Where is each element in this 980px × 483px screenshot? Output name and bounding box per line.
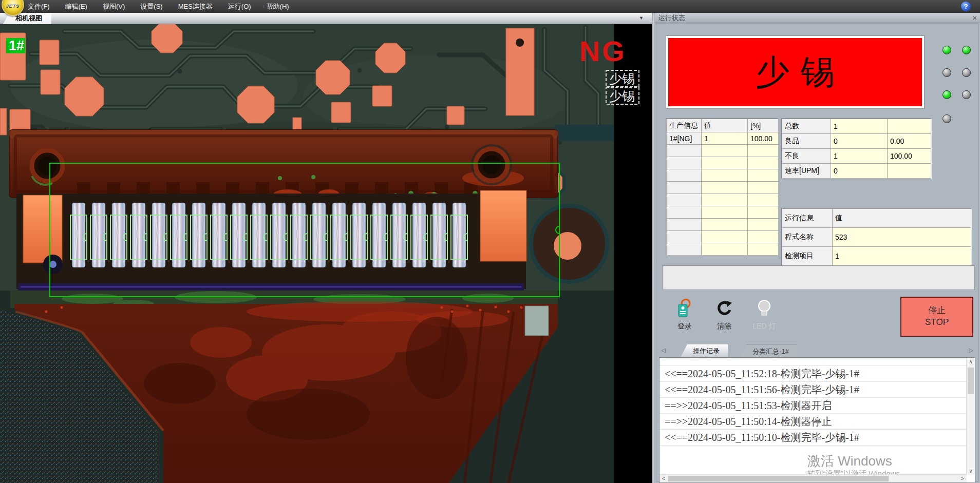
menu-file[interactable]: 文件(F): [28, 2, 50, 11]
table-row: [667, 231, 779, 243]
table-row: [667, 182, 779, 194]
log-entry: ==>>2024-05-05_11:50:14-检测器停止: [659, 414, 975, 430]
table-row: 速率[UPM] 0: [782, 164, 931, 179]
chevron-down-icon[interactable]: ▼: [639, 15, 644, 21]
log-entry: ==>>2024-05-05_11:51:53-检测器开启: [659, 398, 975, 414]
table-row: [667, 157, 779, 169]
cell: 0: [831, 134, 888, 149]
table-row: [667, 145, 779, 157]
help-icon[interactable]: ?: [961, 2, 971, 11]
cell: 1: [702, 132, 748, 145]
cell: 100.00: [748, 132, 779, 145]
cell: 100.00: [888, 149, 931, 164]
table-row: [667, 194, 779, 206]
run-status-panel: 运行状态 × 少锡 生产信息 值 [%] 1#[NG] 1 100.00: [655, 13, 980, 483]
message-box: [663, 265, 975, 290]
cell: 1: [833, 247, 971, 266]
cell: 程式名称: [782, 228, 833, 247]
cell: 不良: [782, 149, 831, 164]
camera-tab-strip: 相机视图 ▼: [0, 13, 652, 24]
stop-button[interactable]: 停止 STOP: [900, 297, 973, 337]
camera-number-label: 1#: [9, 38, 24, 53]
camera-image: 1# NG 少锡 少锡: [0, 24, 652, 483]
defect-label: 少锡: [609, 89, 635, 103]
badge-icon: [675, 298, 694, 318]
scroll-right-icon[interactable]: >: [958, 475, 967, 482]
cell: 总数: [782, 119, 831, 134]
table-row: [667, 206, 779, 219]
log-tab-strip: ◁ 操作记录 分类汇总-1# ▷: [659, 343, 975, 357]
menu-edit[interactable]: 编辑(E): [65, 2, 87, 11]
windows-activation-watermark: 激活 Windows: [807, 452, 892, 470]
col-header: 值: [702, 119, 748, 132]
menu-help[interactable]: 帮助(H): [267, 2, 289, 11]
col-header: 运行信息: [782, 209, 833, 228]
menu-mes-connector[interactable]: MES连接器: [178, 2, 213, 11]
close-icon[interactable]: ×: [972, 13, 977, 23]
scroll-left-icon[interactable]: <: [659, 475, 668, 482]
log-entry: <<==2024-05-05_11:52:18-检测完毕-少锡-1#: [659, 366, 975, 382]
cell: 速率[UPM]: [782, 164, 831, 179]
led-indicator: [962, 68, 971, 77]
cell: 1#[NG]: [667, 132, 702, 145]
horizontal-scrollbar[interactable]: < >: [659, 474, 967, 482]
cell: [888, 119, 931, 134]
table-row: [667, 169, 779, 182]
camera-view: 1# NG 少锡 少锡: [0, 24, 652, 483]
table-row: 检测项目 1: [782, 247, 971, 266]
led-indicator: [962, 46, 971, 54]
cell: 0: [831, 164, 888, 179]
clear-label: 清除: [707, 322, 741, 331]
col-header: [%]: [748, 119, 779, 132]
menu-run[interactable]: 运行(O): [228, 2, 251, 11]
led-indicator: [943, 46, 951, 54]
table-row: 不良 1 100.00: [782, 149, 931, 164]
login-button[interactable]: 登录: [668, 298, 702, 335]
led-indicator: [943, 68, 951, 77]
led-indicator: [962, 90, 971, 99]
led-light-button[interactable]: LED 灯: [747, 298, 781, 335]
run-info-table: 运行信息 值 程式名称 523 检测项目 1: [782, 208, 971, 266]
table-row: 良品 0 0.00: [782, 134, 931, 149]
led-label: LED 灯: [747, 322, 781, 331]
col-header: 值: [833, 209, 971, 228]
table-header-row: 生产信息 值 [%]: [667, 119, 779, 132]
tab-scroll-right-icon[interactable]: ▷: [969, 347, 973, 354]
menu-bar: JETS 文件(F) 编辑(E) 视图(V) 设置(S) MES连接器 运行(O…: [0, 0, 980, 13]
menu-view[interactable]: 视图(V): [103, 2, 125, 11]
table-row: 1#[NG] 1 100.00: [667, 132, 779, 145]
scrollbar-thumb[interactable]: [668, 476, 889, 481]
bulb-icon: [755, 298, 774, 318]
vertical-scrollbar[interactable]: ∧ ∨: [966, 358, 975, 475]
clear-button[interactable]: 清除: [707, 298, 741, 335]
cell: 良品: [782, 134, 831, 149]
log-entry: [659, 358, 975, 366]
defect-banner-text: 少锡: [744, 49, 846, 95]
scroll-up-icon[interactable]: ∧: [967, 358, 975, 365]
defect-labels: 少锡 少锡: [606, 70, 639, 104]
connector-body: [9, 130, 558, 200]
menu-settings[interactable]: 设置(S): [140, 2, 162, 11]
defect-banner: 少锡: [666, 36, 924, 108]
table-row: [667, 219, 779, 231]
production-table: 生产信息 值 [%] 1#[NG] 1 100.00: [666, 119, 779, 256]
col-header: 生产信息: [667, 119, 702, 132]
defect-label: 少锡: [609, 72, 635, 86]
cell: 1: [831, 149, 888, 164]
login-label: 登录: [668, 322, 702, 331]
log-entry: <<==2024-05-05_11:51:56-检测完毕-少锡-1#: [659, 382, 975, 398]
stats-table: 总数 1 良品 0 0.00 不良 1 100.00 速率[UPM] 0: [782, 119, 931, 179]
cell: 1: [831, 119, 888, 134]
stop-label-en: STOP: [925, 317, 949, 329]
scroll-down-icon[interactable]: ∨: [967, 467, 975, 475]
tab-operation-log[interactable]: 操作记录: [681, 344, 728, 357]
tab-scroll-left-icon[interactable]: ◁: [661, 347, 665, 354]
scrollbar-thumb[interactable]: [968, 368, 974, 394]
table-row: 总数 1: [782, 119, 931, 134]
table-row: 程式名称 523: [782, 228, 971, 247]
tab-class-summary[interactable]: 分类汇总-1#: [740, 344, 797, 357]
led-indicator: [943, 90, 951, 99]
led-indicator: [943, 114, 951, 123]
table-row: [667, 243, 779, 256]
refresh-icon: [714, 298, 734, 318]
